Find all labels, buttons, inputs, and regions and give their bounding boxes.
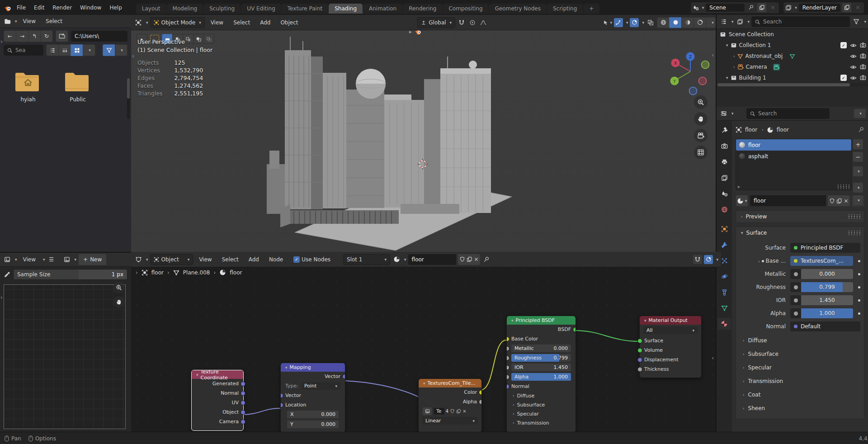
animate-dot[interactable] [858,273,860,275]
outliner-row-building-1[interactable]: ▾ Building 1 ✓ [717,72,868,83]
tab-rendering[interactable]: Rendering [403,4,442,14]
render-visibility-icon[interactable] [860,53,866,59]
fake-user-shield-icon[interactable] [829,198,835,204]
transform-orientation-dropdown[interactable]: Global▾ [417,17,455,28]
use-nodes-checkbox[interactable]: ✓ [293,256,300,263]
roughness-slider[interactable]: 0.799 [790,282,853,292]
outliner-row-collection-1[interactable]: ▾ Collection 1 ✓ [717,40,868,51]
remove-view-layer-button[interactable] [853,3,862,12]
unlink-material-icon[interactable] [844,198,849,203]
hide-eye-icon[interactable] [850,42,857,49]
file-browser-select-menu[interactable]: Select [42,18,66,24]
menu-window[interactable]: Window [76,5,105,11]
surface-panel-header[interactable]: ▾ Surface [736,227,864,239]
outliner-row-astronaut[interactable]: › Astronaut_obj [717,51,868,61]
remove-slot-button[interactable]: − [853,151,863,162]
menu-help[interactable]: Help [105,5,126,11]
filter-settings-dropdown[interactable]: ▾ [115,44,127,56]
animate-dot[interactable] [858,312,860,315]
display-vertical-list-button[interactable] [46,44,58,56]
tab-object-data[interactable] [717,302,731,314]
snap-magnet-icon[interactable] [693,255,702,264]
move-slot-down-button[interactable]: ▾ [853,195,863,206]
display-horizontal-list-button[interactable] [58,44,71,56]
sample-size-field[interactable]: Sample Size 1 px [13,269,127,280]
browse-material-dropdown[interactable]: ▾ [736,195,748,207]
editor-type-properties-icon[interactable] [719,109,728,118]
fake-user-shield-icon[interactable] [450,409,455,414]
xray-toggle[interactable] [646,18,655,27]
shader-view-menu[interactable]: View [195,256,216,263]
node-section-specular[interactable]: ›Specular [507,409,576,418]
render-visibility-icon[interactable] [860,75,866,81]
viewport-3d[interactable]: Z X Y ▸ ▸ Use [131,15,716,252]
refresh-button[interactable]: ↻ [40,30,53,42]
display-thumbnails-button[interactable] [71,44,83,56]
section-coat[interactable]: ›Coat [737,388,860,401]
unlink-material-icon[interactable] [474,257,479,262]
material-slot-floor[interactable]: floor [736,139,851,151]
socket-alpha[interactable] [506,374,509,379]
copy-image-icon[interactable] [456,409,461,414]
socket-normal[interactable] [506,384,509,389]
menu-file[interactable]: File [13,5,30,11]
render-visibility-icon[interactable] [860,64,866,70]
tab-modifiers[interactable] [717,239,731,250]
node-mapping[interactable]: ▾Mapping Vector Type: Point▾ Vector Loca… [280,363,345,432]
slot-list-resize-grip[interactable] [838,184,849,189]
zoom-button[interactable] [694,95,708,109]
socket-thickness[interactable] [637,367,642,372]
mode-selector[interactable]: Object Mode▾ [150,17,205,28]
shader-add-menu[interactable]: Add [245,256,263,263]
properties-options-dropdown[interactable]: ▾ [854,109,866,118]
view-layer-name[interactable]: RenderLayer [799,4,840,12]
pin-icon[interactable] [482,255,491,264]
interpolation-dropdown[interactable]: Linear▾ [422,417,478,425]
browse-image-button[interactable] [422,407,432,416]
socket-metallic[interactable] [506,346,509,351]
proportional-edit-icon[interactable] [468,18,477,27]
socket-ior[interactable] [506,365,509,370]
node-image-texture[interactable]: ▾TexturesCom_Tile... Color Alpha Te 4 Li… [418,378,482,432]
delete-scene-button[interactable] [768,3,777,12]
viewport-object-menu[interactable]: Object [276,19,302,26]
new-image-button[interactable]: +New [78,254,107,265]
breadcrumb-material[interactable]: floor [777,127,789,133]
folder-item-public[interactable]: Public [58,70,98,103]
scene-icon[interactable] [693,5,699,11]
tab-compositing[interactable]: Compositing [443,4,488,14]
pin-icon[interactable] [746,3,755,12]
metallic-slider[interactable]: 0.000 [790,269,853,279]
panel-drag-grip[interactable] [849,231,860,235]
editor-type-image-icon[interactable] [3,255,12,264]
tab-uv-editing[interactable]: UV Editing [241,4,281,14]
panel-drag-grip[interactable] [849,214,860,219]
outliner-search-input[interactable]: Search [751,16,850,27]
snap-magnet-icon[interactable] [457,18,466,27]
file-browser-view-menu[interactable]: View [19,18,40,24]
section-diffuse[interactable]: ›Diffuse [737,334,860,347]
tab-sculpting[interactable]: Sculpting [203,4,241,14]
unlink-image-icon[interactable] [462,409,467,413]
editor-type-viewport-icon[interactable] [134,18,143,27]
tab-scripting[interactable]: Scripting [547,4,583,14]
menu-edit[interactable]: Edit [30,5,48,11]
breadcrumb-mesh[interactable]: Plane.008 [183,269,210,276]
animate-dot[interactable] [858,299,860,302]
tab-render[interactable] [717,140,731,152]
sidebar-expand-icon[interactable]: ‹ [712,355,714,361]
outliner-scrollbar[interactable] [717,83,868,86]
editor-type-outliner-icon[interactable] [719,17,728,26]
tab-tool[interactable] [717,124,731,136]
socket-color[interactable] [479,390,482,395]
overlays-toggle[interactable] [630,18,639,27]
editor-type-shader-icon[interactable] [134,255,143,264]
tab-layout[interactable]: Layout [136,4,166,14]
alpha-node-slider[interactable]: Alpha1.000 [511,373,571,381]
chevron-down-icon[interactable]: ▾ [726,76,728,80]
collection-checkbox[interactable]: ✓ [840,75,847,81]
browse-image-icon[interactable] [62,255,71,264]
browse-material-icon[interactable] [392,255,401,264]
socket-location[interactable] [280,402,283,407]
file-path-field[interactable]: C:\Users\ [71,31,127,42]
